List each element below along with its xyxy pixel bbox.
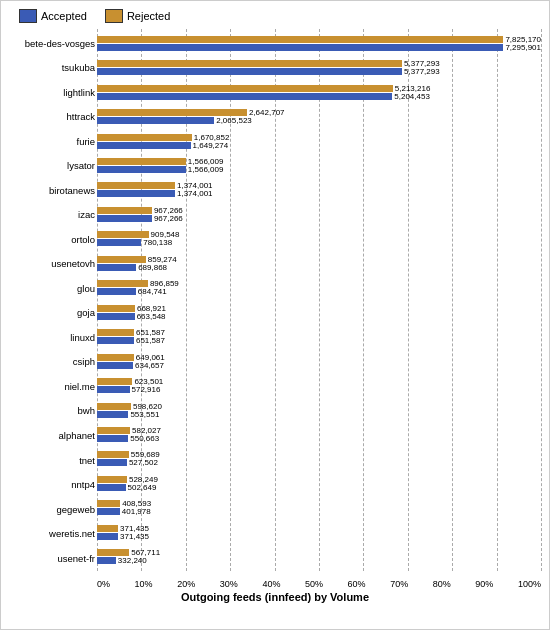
accepted-value: 572,916 <box>132 385 161 394</box>
bar-row: 967,266967,266 <box>97 205 541 223</box>
accepted-value: 663,548 <box>137 312 166 321</box>
accepted-value: 651,587 <box>136 336 165 345</box>
legend-accepted: Accepted <box>19 9 87 23</box>
accepted-bar <box>97 411 128 418</box>
bar-row: 651,587651,587 <box>97 328 541 346</box>
legend-accepted-label: Accepted <box>41 10 87 22</box>
bar-row: 408,593401,978 <box>97 499 541 517</box>
bar-row: 1,374,0011,374,001 <box>97 181 541 199</box>
accepted-value: 1,374,001 <box>177 189 213 198</box>
y-label: bete-des-vosges <box>9 34 95 52</box>
rejected-bar <box>97 207 152 214</box>
y-label: goja <box>9 304 95 322</box>
rejected-bar <box>97 500 120 507</box>
y-label: usenetovh <box>9 255 95 273</box>
accepted-bar <box>97 557 116 564</box>
y-label: csiph <box>9 353 95 371</box>
y-label: furie <box>9 132 95 150</box>
bar-row: 668,921663,548 <box>97 303 541 321</box>
y-label: birotanews <box>9 181 95 199</box>
bar-row: 7,825,1707,295,901 <box>97 34 541 52</box>
accepted-value: 967,266 <box>154 214 183 223</box>
x-tick-label: 80% <box>433 579 451 589</box>
accepted-value: 401,978 <box>122 507 151 516</box>
x-tick-label: 100% <box>518 579 541 589</box>
accepted-bar <box>97 484 126 491</box>
legend-rejected-box <box>105 9 123 23</box>
accepted-bar <box>97 533 118 540</box>
rejected-bar <box>97 231 149 238</box>
y-label: nntp4 <box>9 476 95 494</box>
x-tick-label: 60% <box>348 579 366 589</box>
x-tick-label: 70% <box>390 579 408 589</box>
legend-rejected-label: Rejected <box>127 10 170 22</box>
rejected-bar <box>97 305 135 312</box>
accepted-bar <box>97 288 136 295</box>
bar-row: 649,061634,657 <box>97 352 541 370</box>
rejected-bar <box>97 256 146 263</box>
accepted-value: 502,649 <box>128 483 157 492</box>
rejected-bar <box>97 182 175 189</box>
y-label: lysator <box>9 157 95 175</box>
accepted-bar <box>97 386 130 393</box>
rejected-bar <box>97 134 192 141</box>
x-tick-label: 30% <box>220 579 238 589</box>
rejected-bar <box>97 60 402 67</box>
accepted-value: 332,240 <box>118 556 147 565</box>
bar-row: 582,027550,663 <box>97 425 541 443</box>
x-tick-label: 20% <box>177 579 195 589</box>
accepted-value: 5,204,453 <box>394 92 430 101</box>
accepted-bar <box>97 459 127 466</box>
chart-area: bete-des-vosgestsukubalightlinkhttrackfu… <box>9 29 541 589</box>
rejected-bar <box>97 329 134 336</box>
accepted-bar <box>97 362 133 369</box>
accepted-value: 553,551 <box>130 410 159 419</box>
rejected-bar <box>97 36 503 43</box>
accepted-value: 684,741 <box>138 287 167 296</box>
bar-row: 598,620553,551 <box>97 401 541 419</box>
accepted-bar <box>97 44 503 51</box>
chart-title: Outgoing feeds (innfeed) by Volume <box>9 591 541 603</box>
y-label: lightlink <box>9 83 95 101</box>
rejected-bar <box>97 403 131 410</box>
x-tick-label: 10% <box>135 579 153 589</box>
accepted-bar <box>97 264 136 271</box>
x-tick-label: 40% <box>262 579 280 589</box>
bar-row: 896,859684,741 <box>97 279 541 297</box>
y-label: tsukuba <box>9 59 95 77</box>
bar-row: 623,501572,916 <box>97 377 541 395</box>
y-label: alphanet <box>9 427 95 445</box>
rejected-bar <box>97 451 129 458</box>
y-labels: bete-des-vosgestsukubalightlinkhttrackfu… <box>9 29 97 589</box>
bar-row: 859,274689,868 <box>97 254 541 272</box>
bars-section: 7,825,1707,295,9015,377,2935,377,2935,21… <box>97 29 541 589</box>
accepted-value: 7,295,901 <box>505 43 541 52</box>
chart-container: Accepted Rejected bete-des-vosgestsukuba… <box>0 0 550 630</box>
y-label: gegeweb <box>9 500 95 518</box>
bar-row: 5,213,2165,204,453 <box>97 83 541 101</box>
accepted-value: 371,435 <box>120 532 149 541</box>
accepted-bar <box>97 142 191 149</box>
bar-row: 528,249502,649 <box>97 474 541 492</box>
bar-row: 1,566,0091,566,009 <box>97 156 541 174</box>
accepted-bar <box>97 435 128 442</box>
accepted-bar <box>97 190 175 197</box>
rejected-bar <box>97 525 118 532</box>
y-label: linuxd <box>9 329 95 347</box>
accepted-value: 5,377,293 <box>404 67 440 76</box>
accepted-bar <box>97 93 392 100</box>
rejected-bar <box>97 158 186 165</box>
accepted-bar <box>97 117 214 124</box>
rejected-bar <box>97 476 127 483</box>
grid-line <box>541 29 542 571</box>
rejected-bar <box>97 354 134 361</box>
rejected-bar <box>97 109 247 116</box>
rejected-bar <box>97 85 393 92</box>
bar-row: 909,548780,138 <box>97 230 541 248</box>
accepted-value: 550,663 <box>130 434 159 443</box>
accepted-value: 1,649,274 <box>193 141 229 150</box>
bar-row: 371,435371,435 <box>97 523 541 541</box>
bar-row: 5,377,2935,377,293 <box>97 59 541 77</box>
bar-row: 567,711332,240 <box>97 548 541 566</box>
x-axis: 0%10%20%30%40%50%60%70%80%90%100% <box>97 571 541 589</box>
